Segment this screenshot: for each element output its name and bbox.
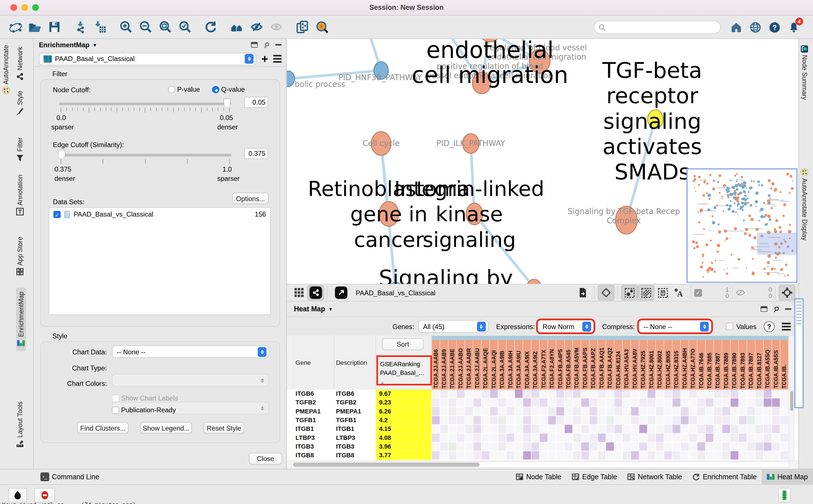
- rank-header-cell[interactable]: GSEARanking PAAD_Basal_... ▲: [378, 357, 430, 384]
- show-all-icon[interactable]: [268, 18, 285, 36]
- float-heatmap-icon[interactable]: [760, 306, 767, 312]
- sample-column-header[interactable]: TCGA.IB.7890: [731, 340, 739, 390]
- bottom-tab-edge-table[interactable]: Edge Table: [567, 469, 623, 485]
- home-icon[interactable]: [729, 20, 744, 35]
- heatmap-row[interactable]: LTBP3 LTBP3 4.08: [287, 434, 799, 442]
- edge-selection-mode-button[interactable]: [638, 285, 654, 300]
- sample-column-header[interactable]: TCGA.2J.AABO: [457, 340, 465, 390]
- show-legend-button[interactable]: Show Legend...: [140, 422, 192, 434]
- sample-column-header[interactable]: TCGA.FB.A5VM: [573, 340, 581, 390]
- sample-column-header[interactable]: TCGA.IB.7887: [714, 340, 722, 390]
- label-move-mode-button[interactable]: A: [671, 285, 688, 300]
- options-button[interactable]: Options...: [232, 193, 269, 204]
- sample-column-header[interactable]: TCGA.2J.AABR: [465, 340, 473, 390]
- network-node[interactable]: [287, 71, 295, 86]
- sample-column-header[interactable]: TCGA.FB.A4P5: [556, 340, 564, 390]
- open-session-icon[interactable]: [26, 18, 44, 36]
- sidebar-tab-network[interactable]: Network: [16, 47, 24, 80]
- network-overview-inset[interactable]: [687, 168, 798, 283]
- node-cutoff-slider[interactable]: [59, 103, 231, 105]
- help-button[interactable]: ?: [764, 321, 775, 332]
- sidebar-tab-style[interactable]: Style: [16, 91, 24, 115]
- grid-view-button[interactable]: [291, 285, 307, 300]
- export-image-button[interactable]: [574, 285, 591, 300]
- heatmap-row[interactable]: TGFB2 TGFB2 9.23: [287, 398, 799, 407]
- heatmap-row[interactable]: TGFB1 TGFB1 4.2: [287, 416, 799, 425]
- qvalue-radio[interactable]: Q-value: [212, 85, 245, 93]
- refresh-icon[interactable]: [202, 18, 220, 36]
- sidebar-tab-autoannotate[interactable]: AutoAnnotate: [2, 45, 10, 94]
- sample-column-header[interactable]: TCGA.FB.AAPZ: [589, 340, 597, 390]
- east-tab-node-summary[interactable]: Node Summary: [801, 45, 808, 100]
- heatmap-row[interactable]: PMEPA1 PMEPA1 6.26: [287, 407, 799, 416]
- birdseye-button[interactable]: [779, 285, 795, 300]
- dock-app-button[interactable]: [8, 488, 27, 503]
- bottom-tab-network-table[interactable]: Network Table: [622, 469, 687, 485]
- sidebar-tab-annotation[interactable]: Annotation: [16, 175, 24, 215]
- sample-column-header[interactable]: TCGA.IB.8127: [756, 340, 764, 390]
- sample-column-header[interactable]: TCGA.FB.A545: [565, 340, 573, 390]
- command-line-button[interactable]: ›_ Command Line: [35, 469, 104, 485]
- sample-column-header[interactable]: TCGA.F2.A7TX: [540, 340, 548, 390]
- heatmap-title-dropdown-icon[interactable]: ▼: [328, 306, 333, 311]
- heatmap-vscrollbar[interactable]: [789, 390, 794, 461]
- chart-data-select[interactable]: -- None --: [112, 346, 269, 358]
- zoom-fit-icon[interactable]: [156, 18, 174, 36]
- add-collection-button[interactable]: +: [262, 52, 268, 66]
- hide-selected-icon[interactable]: [248, 18, 266, 36]
- enrichmentmap-icon[interactable]: [313, 18, 331, 36]
- sample-column-header[interactable]: TCGA.2L.AAQI: [490, 340, 498, 390]
- sample-column-header[interactable]: TCGA.2J.AAB9: [440, 340, 448, 390]
- sample-column-header[interactable]: TCGA.HZ.A4BH: [681, 340, 689, 390]
- network-view-mode-button[interactable]: [307, 285, 324, 300]
- close-panel-button[interactable]: Close: [249, 453, 282, 465]
- sample-column-header[interactable]: TCGA.3A.A9IH: [506, 340, 515, 390]
- east-tab-autoannotate-display[interactable]: AutoAnnotate Display: [801, 168, 808, 240]
- panel-title-dropdown-icon[interactable]: ▼: [93, 42, 97, 47]
- heatmap-hscrollbar[interactable]: [291, 462, 790, 468]
- sample-column-header[interactable]: TCGA.IB.7885: [706, 340, 714, 390]
- sample-column-header[interactable]: TCGA.HZ.A77O: [689, 340, 697, 390]
- sample-column-header[interactable]: TCGA.HZ.8001: [648, 340, 656, 390]
- sidebar-tab-filter[interactable]: Filter: [16, 137, 24, 161]
- gene-column-header[interactable]: Gene: [292, 336, 334, 390]
- toggle-overview-button[interactable]: [598, 285, 615, 300]
- minimize-heatmap-icon[interactable]: [785, 308, 791, 310]
- sample-column-header[interactable]: TCGA.IB.A5SS: [772, 340, 780, 390]
- sample-column-header[interactable]: TCGA.3A.A9IX: [523, 340, 531, 390]
- zoom-selected-icon[interactable]: [176, 18, 194, 36]
- sample-column-header[interactable]: TCGA.IB.: [780, 340, 789, 390]
- heatmap-row[interactable]: ITGB6 ITGB6 9.67: [287, 390, 799, 398]
- sample-column-header[interactable]: TCGA.IB.7646: [697, 340, 706, 390]
- sort-button[interactable]: Sort: [382, 338, 423, 350]
- detach-view-button[interactable]: [335, 287, 347, 299]
- zoom-out-icon[interactable]: [137, 18, 154, 36]
- notifications-icon[interactable]: 4: [786, 20, 801, 35]
- sidebar-tab-app-store[interactable]: App Store: [16, 237, 24, 275]
- annotation-selection-mode-button[interactable]: [654, 285, 671, 300]
- heatmap-row[interactable]: ITGB3 ITGB3 3.96: [287, 442, 799, 451]
- sample-column-header[interactable]: TCGA.2L.AAQE: [482, 340, 490, 390]
- expressions-select[interactable]: Row Norm: [538, 320, 594, 332]
- minimize-panel-icon[interactable]: [275, 44, 282, 46]
- edge-cutoff-slider-handle[interactable]: [58, 150, 65, 159]
- collection-select[interactable]: PAAD_Basal_vs_Classical: [39, 53, 256, 65]
- sample-column-header[interactable]: TCGA.HZ.8005: [664, 340, 672, 390]
- sample-column-header[interactable]: TCGA.HZ.8002: [656, 340, 664, 390]
- save-session-icon[interactable]: [46, 18, 63, 36]
- edge-cutoff-value[interactable]: 0.375: [244, 148, 268, 159]
- edge-cutoff-slider[interactable]: [59, 154, 231, 156]
- sample-column-header[interactable]: TCGA.HZ.8315: [673, 340, 681, 390]
- bottom-tab-node-table[interactable]: Node Table: [511, 469, 567, 485]
- description-column-header[interactable]: Description: [334, 336, 376, 390]
- genes-select[interactable]: All (45): [418, 320, 488, 332]
- network-view-canvas[interactable]: regulation of blood vesselendothelial ce…: [287, 39, 799, 284]
- app-logo-icon[interactable]: [6, 18, 24, 36]
- compress-select[interactable]: -- None --: [639, 320, 712, 332]
- zoom-in-icon[interactable]: [117, 18, 135, 36]
- help-icon[interactable]: ?: [767, 20, 782, 35]
- sidebar-tab-layout-tools[interactable]: Layout Tools: [16, 401, 24, 447]
- bottom-tab-heat-map[interactable]: Heat Map: [762, 469, 813, 485]
- values-checkbox[interactable]: [726, 323, 733, 330]
- dataset-row[interactable]: ✓ PAAD_Basal_vs_Classical 156: [49, 208, 270, 221]
